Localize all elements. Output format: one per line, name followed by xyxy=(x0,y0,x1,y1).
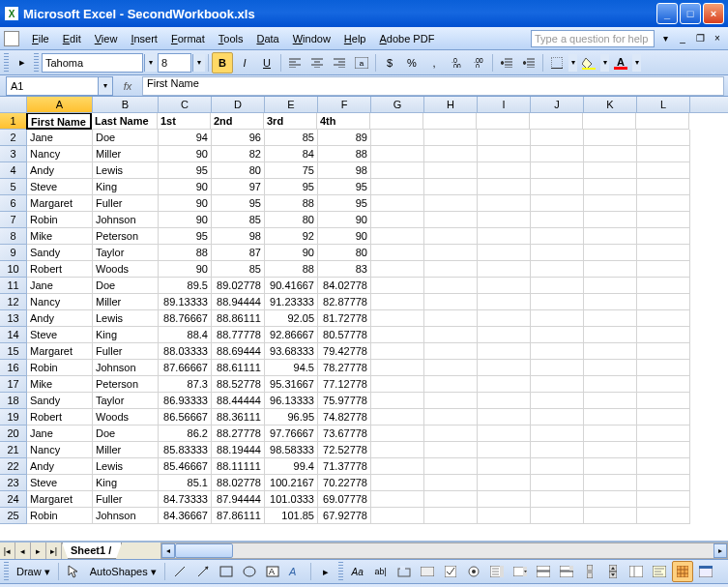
cell[interactable]: 92.05 xyxy=(265,310,318,327)
cell[interactable] xyxy=(531,343,584,360)
cell[interactable]: Fuller xyxy=(93,491,159,508)
cell[interactable] xyxy=(584,508,637,524)
cell[interactable]: 88.4 xyxy=(159,327,212,343)
cell[interactable]: 94 xyxy=(159,130,212,146)
cell[interactable]: 82.87778 xyxy=(318,294,371,310)
cell[interactable] xyxy=(424,360,478,376)
cell[interactable]: Margaret xyxy=(27,195,93,212)
cell[interactable] xyxy=(531,130,584,146)
decrease-decimal-button[interactable]: .00.0 xyxy=(468,52,489,73)
cell[interactable] xyxy=(584,327,637,343)
cell[interactable]: Fuller xyxy=(93,343,159,360)
cell[interactable] xyxy=(531,426,584,442)
cell[interactable]: 87.3 xyxy=(159,376,212,393)
cell[interactable]: 85.46667 xyxy=(159,458,212,475)
cell[interactable] xyxy=(637,179,690,195)
combo-list-button[interactable] xyxy=(533,561,554,582)
row-head-20[interactable]: 20 xyxy=(0,426,27,442)
row-head-9[interactable]: 9 xyxy=(0,245,27,261)
cell[interactable] xyxy=(478,376,531,393)
edit-box-button[interactable]: ab| xyxy=(370,561,392,582)
cell[interactable]: Andy xyxy=(27,162,93,179)
row-head-5[interactable]: 5 xyxy=(0,179,27,195)
cell[interactable]: 97.76667 xyxy=(265,426,318,442)
cell[interactable]: Lewis xyxy=(93,162,159,179)
row-head-8[interactable]: 8 xyxy=(0,228,27,245)
draw-menu[interactable]: Draw ▾ xyxy=(13,566,54,578)
cell[interactable] xyxy=(584,146,637,162)
fill-color-button[interactable] xyxy=(578,52,599,73)
cell[interactable] xyxy=(637,491,690,508)
cell[interactable] xyxy=(478,195,531,212)
toolbar-expand[interactable]: ▸ xyxy=(12,52,33,73)
cell[interactable]: Robin xyxy=(27,360,93,376)
cell[interactable] xyxy=(424,294,478,310)
bold-button[interactable]: B xyxy=(212,52,233,73)
cell[interactable]: Robert xyxy=(27,409,93,426)
cell[interactable]: 80 xyxy=(265,212,318,228)
cell[interactable] xyxy=(637,245,690,261)
row-head-19[interactable]: 19 xyxy=(0,409,27,426)
cell[interactable]: Nancy xyxy=(27,442,93,458)
cell[interactable]: 88.52778 xyxy=(212,376,265,393)
cell[interactable]: 4th xyxy=(317,113,370,130)
cell[interactable] xyxy=(424,146,478,162)
cell[interactable]: 85.1 xyxy=(159,475,212,491)
cell[interactable]: 90 xyxy=(318,212,371,228)
row-head-15[interactable]: 15 xyxy=(0,343,27,360)
cell[interactable]: Last Name xyxy=(92,113,158,130)
cell[interactable] xyxy=(531,327,584,343)
cell[interactable]: 88.19444 xyxy=(212,442,265,458)
cell[interactable]: 90 xyxy=(159,146,212,162)
cell[interactable] xyxy=(637,162,690,179)
row-head-22[interactable]: 22 xyxy=(0,458,27,475)
cell[interactable]: 88.86111 xyxy=(212,310,265,327)
cell[interactable]: 95 xyxy=(159,228,212,245)
toolbar-expand-2[interactable]: ▸ xyxy=(315,561,336,582)
select-all-corner[interactable] xyxy=(0,97,27,112)
cell[interactable]: 86.56667 xyxy=(159,409,212,426)
cell[interactable] xyxy=(584,360,637,376)
font-color-button[interactable]: A xyxy=(610,52,631,73)
cell[interactable]: 1st xyxy=(158,113,211,130)
cell[interactable]: 89 xyxy=(318,130,371,146)
menu-help[interactable]: Help xyxy=(337,31,373,46)
cell[interactable] xyxy=(478,393,531,409)
cell[interactable]: 91.23333 xyxy=(265,294,318,310)
cell[interactable] xyxy=(478,458,531,475)
menu-tools[interactable]: Tools xyxy=(212,31,250,46)
cell[interactable]: 89.13333 xyxy=(159,294,212,310)
cell[interactable] xyxy=(531,245,584,261)
grid-body[interactable]: 1First NameLast Name1st2nd3rd4th2JaneDoe… xyxy=(0,113,728,524)
cell[interactable] xyxy=(478,162,531,179)
cell[interactable]: 70.22778 xyxy=(318,475,371,491)
cell[interactable] xyxy=(584,162,637,179)
cell[interactable] xyxy=(637,195,690,212)
cell[interactable]: Robert xyxy=(27,261,93,278)
cell[interactable] xyxy=(584,376,637,393)
maximize-button[interactable]: □ xyxy=(680,3,701,24)
col-head-I[interactable]: I xyxy=(478,97,531,112)
cell[interactable]: 88 xyxy=(265,261,318,278)
cell[interactable] xyxy=(531,376,584,393)
cell[interactable]: King xyxy=(93,475,159,491)
row-head-10[interactable]: 10 xyxy=(0,261,27,278)
cell[interactable] xyxy=(637,508,690,524)
cell[interactable] xyxy=(424,491,478,508)
cell[interactable]: Lewis xyxy=(93,310,159,327)
cell[interactable]: Mike xyxy=(27,228,93,245)
cell[interactable]: Johnson xyxy=(93,360,159,376)
cell[interactable] xyxy=(371,343,424,360)
cell[interactable] xyxy=(371,310,424,327)
cell[interactable] xyxy=(637,294,690,310)
cell[interactable]: 88.36111 xyxy=(212,409,265,426)
menu-edit[interactable]: Edit xyxy=(56,31,88,46)
cell[interactable] xyxy=(424,162,478,179)
cell[interactable] xyxy=(531,179,584,195)
currency-button[interactable]: $ xyxy=(379,52,400,73)
cell[interactable] xyxy=(371,179,424,195)
cell[interactable]: 80 xyxy=(212,162,265,179)
cell[interactable] xyxy=(637,228,690,245)
cell[interactable] xyxy=(371,360,424,376)
row-head-2[interactable]: 2 xyxy=(0,130,27,146)
